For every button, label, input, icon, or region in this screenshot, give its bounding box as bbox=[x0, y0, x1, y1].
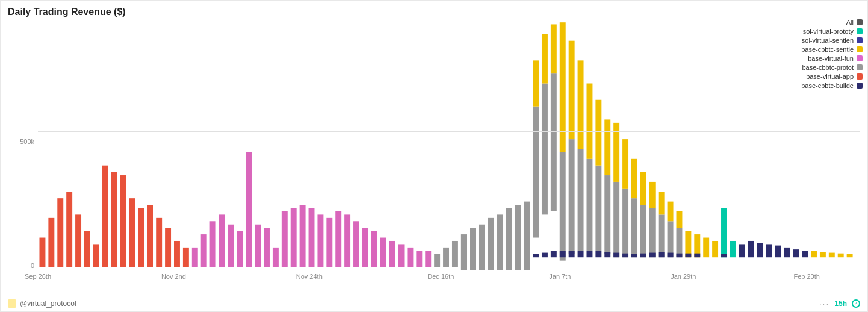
svg-rect-64 bbox=[569, 41, 575, 139]
svg-rect-54 bbox=[524, 202, 530, 270]
svg-rect-17 bbox=[192, 248, 198, 267]
svg-rect-79 bbox=[551, 251, 557, 257]
time-badge: 15h bbox=[834, 299, 847, 308]
svg-rect-123 bbox=[811, 251, 817, 257]
svg-rect-120 bbox=[784, 248, 790, 257]
more-options-icon[interactable]: ··· bbox=[819, 299, 830, 308]
svg-rect-38 bbox=[380, 238, 386, 267]
svg-rect-39 bbox=[389, 241, 395, 267]
svg-rect-11 bbox=[138, 208, 144, 267]
svg-rect-87 bbox=[622, 254, 628, 258]
svg-rect-94 bbox=[659, 214, 665, 257]
svg-rect-5 bbox=[84, 231, 90, 267]
svg-rect-49 bbox=[479, 225, 485, 270]
svg-rect-27 bbox=[282, 211, 288, 267]
svg-rect-22 bbox=[237, 231, 243, 267]
svg-rect-81 bbox=[569, 251, 575, 257]
svg-rect-93 bbox=[649, 182, 656, 208]
svg-rect-2 bbox=[57, 198, 63, 267]
svg-rect-72 bbox=[604, 119, 610, 175]
legend-label-all: All bbox=[846, 19, 854, 26]
legend-item-sol-sentien[interactable]: sol-virtual-sentien bbox=[802, 37, 863, 44]
legend-label-base-cbbtc-protot: base-cbbtc-protot bbox=[802, 64, 854, 71]
svg-rect-124 bbox=[820, 252, 826, 257]
legend-item-base-cbbtc-sentie[interactable]: base-cbbtc-sentie bbox=[801, 46, 863, 53]
legend-item-base-virtual-fun[interactable]: base-virtual-fun bbox=[808, 55, 863, 62]
svg-rect-58 bbox=[542, 34, 548, 84]
svg-rect-52 bbox=[506, 208, 512, 271]
svg-rect-15 bbox=[174, 241, 180, 267]
legend-dot-base-cbbtc-sentie bbox=[857, 46, 863, 52]
svg-rect-60 bbox=[551, 24, 557, 73]
svg-rect-9 bbox=[120, 175, 126, 267]
svg-rect-70 bbox=[595, 100, 601, 166]
svg-rect-110 bbox=[685, 254, 691, 258]
svg-rect-56 bbox=[533, 60, 539, 106]
legend-dot-base-cbbtc-protot bbox=[857, 64, 863, 70]
svg-rect-67 bbox=[586, 159, 592, 251]
svg-rect-46 bbox=[452, 241, 458, 267]
svg-rect-117 bbox=[757, 243, 763, 257]
svg-rect-34 bbox=[344, 214, 350, 267]
svg-rect-40 bbox=[398, 244, 405, 267]
y-axis: 500k 0 bbox=[8, 21, 38, 287]
svg-rect-62 bbox=[560, 22, 566, 152]
svg-rect-14 bbox=[165, 228, 171, 267]
legend-item-base-cbbtc-protot[interactable]: base-cbbtc-protot bbox=[802, 64, 863, 71]
svg-rect-92 bbox=[649, 208, 656, 258]
svg-rect-37 bbox=[371, 231, 377, 267]
x-label-dec16: Dec 16th bbox=[427, 273, 454, 280]
chart-area: 500k 0 bbox=[8, 21, 860, 287]
svg-rect-113 bbox=[721, 254, 727, 257]
legend-dot-sol-prototy bbox=[857, 28, 863, 34]
svg-rect-90 bbox=[640, 205, 646, 257]
svg-rect-4 bbox=[75, 214, 81, 267]
grid-line-500k bbox=[38, 131, 860, 132]
svg-rect-91 bbox=[640, 172, 646, 205]
svg-rect-116 bbox=[748, 241, 754, 257]
legend-dot-base-cbbtc-builde bbox=[857, 83, 863, 89]
svg-rect-31 bbox=[317, 214, 323, 267]
bottom-bar: @virtual_protocol ··· 15h ✓ bbox=[1, 295, 867, 311]
svg-rect-125 bbox=[829, 253, 835, 258]
svg-rect-88 bbox=[631, 198, 637, 257]
svg-rect-86 bbox=[613, 253, 619, 258]
svg-rect-107 bbox=[659, 252, 665, 257]
svg-rect-71 bbox=[604, 175, 610, 254]
svg-rect-19 bbox=[210, 221, 216, 267]
legend-item-base-cbbtc-builde[interactable]: base-cbbtc-builde bbox=[801, 82, 863, 89]
svg-rect-78 bbox=[542, 253, 548, 258]
legend-item-sol-prototy[interactable]: sol-virtual-prototy bbox=[803, 28, 863, 35]
svg-rect-126 bbox=[838, 254, 844, 258]
svg-rect-84 bbox=[595, 251, 601, 257]
svg-rect-98 bbox=[677, 228, 683, 257]
svg-rect-10 bbox=[129, 198, 135, 267]
svg-rect-63 bbox=[569, 139, 575, 254]
chart-title: Daily Trading Revenue ($) bbox=[8, 7, 860, 17]
svg-rect-1 bbox=[48, 218, 54, 267]
svg-rect-25 bbox=[264, 228, 270, 267]
svg-rect-104 bbox=[631, 254, 637, 257]
y-label-500k-val: 500k bbox=[20, 138, 34, 145]
svg-rect-45 bbox=[443, 248, 449, 267]
svg-rect-68 bbox=[586, 84, 592, 159]
bars-area bbox=[38, 21, 860, 270]
legend-dot-sol-sentien bbox=[857, 37, 863, 43]
svg-rect-42 bbox=[416, 251, 422, 267]
x-label-jan29: Jan 29th bbox=[671, 273, 696, 280]
svg-rect-23 bbox=[246, 152, 252, 267]
svg-rect-53 bbox=[515, 205, 521, 270]
svg-rect-111 bbox=[694, 254, 700, 258]
svg-rect-33 bbox=[335, 211, 341, 267]
legend-label-sol-prototy: sol-virtual-prototy bbox=[803, 28, 854, 35]
svg-rect-12 bbox=[147, 205, 153, 267]
username[interactable]: @virtual_protocol bbox=[20, 299, 76, 308]
svg-rect-119 bbox=[775, 246, 781, 258]
svg-rect-55 bbox=[533, 107, 539, 238]
svg-rect-29 bbox=[300, 205, 306, 267]
svg-rect-73 bbox=[613, 182, 619, 257]
legend-item-base-virtual-app[interactable]: base-virtual-app bbox=[806, 73, 863, 80]
svg-rect-50 bbox=[488, 218, 494, 270]
x-label-sep26: Sep 26th bbox=[25, 273, 51, 280]
legend-item-all[interactable]: All bbox=[846, 19, 863, 26]
